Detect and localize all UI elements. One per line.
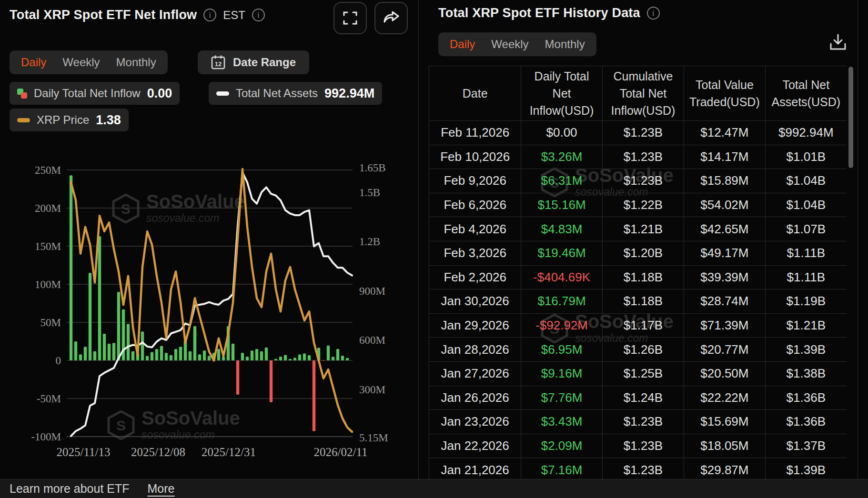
share-button[interactable] [374, 2, 408, 34]
inflow-bar [289, 359, 292, 360]
cell-cumulative-inflow: $1.22B [603, 193, 684, 217]
cell-value-traded: $29.87M [684, 458, 765, 479]
inflow-bar [160, 346, 163, 360]
cell-date: Jan 26,2026 [429, 386, 521, 410]
cell-value-traded: $15.69M [684, 410, 765, 434]
table-row: Jan 28,2026$6.95M$1.26B$20.77M$1.39B [429, 338, 847, 362]
download-button[interactable] [827, 31, 849, 53]
inflow-bar [284, 355, 287, 360]
download-icon [829, 33, 847, 51]
inflow-bar [70, 175, 72, 360]
inflow-bar [117, 292, 120, 360]
table-header-row: DateDaily TotalNetInflow(USD)CumulativeT… [429, 66, 847, 121]
inflow-bar [327, 346, 330, 360]
cell-value-traded: $15.89M [684, 169, 765, 193]
cell-daily-inflow: -$92.92M [521, 314, 602, 338]
inflow-bar [165, 353, 168, 360]
cell-date: Feb 4,2026 [429, 217, 521, 241]
inflow-bar [193, 326, 196, 360]
tab-daily[interactable]: Daily [450, 38, 475, 51]
fullscreen-button[interactable] [333, 2, 367, 34]
inflow-bar [251, 350, 253, 360]
inflow-bar [260, 351, 263, 360]
history-table-scroll-area[interactable]: DateDaily TotalNetInflow(USD)CumulativeT… [429, 66, 847, 479]
cell-net-assets: $1.21B [766, 314, 847, 338]
left-axis-tick: -100M [31, 431, 61, 443]
inflow-bar [255, 349, 258, 360]
svg-text:12: 12 [215, 60, 222, 68]
inflow-bar [89, 273, 91, 360]
cell-daily-inflow: $0.00 [521, 121, 602, 145]
legend-daily-net-inflow[interactable]: Daily Total Net Inflow 0.00 [10, 82, 180, 105]
info-icon[interactable] [203, 9, 216, 21]
cell-daily-inflow: -$404.69K [521, 266, 602, 289]
cell-value-traded: $49.17M [684, 241, 765, 265]
cell-daily-inflow: $19.46M [521, 241, 602, 265]
cell-daily-inflow: $3.26M [521, 145, 602, 169]
column-header: Total ValueTraded(USD) [684, 66, 765, 120]
legend-total-net-assets[interactable]: Total Net Assets 992.94M [209, 82, 382, 105]
inflow-bar [208, 356, 211, 360]
inflow-bar [151, 352, 153, 360]
panel-divider [418, 0, 419, 479]
cell-net-assets: $1.01B [766, 145, 847, 169]
cell-net-assets: $1.37B [766, 434, 847, 458]
inflow-bar [108, 344, 111, 360]
tab-weekly[interactable]: Weekly [491, 38, 528, 51]
table-title: Total XRP Spot ETF History Data [438, 6, 640, 20]
cell-value-traded: $71.39M [684, 314, 765, 338]
cell-daily-inflow: $4.83M [521, 217, 602, 241]
x-axis-tick: 2025/12/08 [131, 446, 185, 458]
table-row: Jan 21,2026$7.16M$1.23B$29.87M$1.39B [429, 458, 847, 479]
cell-daily-inflow: $7.16M [521, 458, 602, 479]
footer-more-link[interactable]: More [148, 482, 175, 496]
cell-value-traded: $22.22M [684, 386, 765, 410]
inflow-bar [203, 350, 206, 360]
column-header: Total NetAssets(USD) [766, 66, 847, 120]
tab-monthly[interactable]: Monthly [545, 38, 585, 51]
cell-net-assets: $992.94M [766, 121, 847, 145]
table-scrollbar-thumb[interactable] [848, 67, 853, 168]
inflow-bar [79, 354, 82, 360]
cell-daily-inflow: $2.09M [521, 434, 602, 458]
date-range-button[interactable]: 12 Date Range [198, 50, 309, 74]
inflow-bar [74, 341, 77, 360]
cell-cumulative-inflow: $1.24B [603, 386, 684, 410]
tab-daily[interactable]: Daily [21, 56, 46, 69]
x-axis-tick: 2025/11/13 [57, 446, 111, 458]
right-axis-tick: 300M [359, 384, 385, 396]
inflow-bar [112, 343, 115, 360]
left-axis-tick: 50M [40, 317, 61, 329]
cell-value-traded: $12.47M [684, 121, 765, 145]
cell-date: Jan 27,2026 [429, 362, 521, 386]
inflow-bar [93, 351, 96, 360]
right-panel-header: Total XRP Spot ETF History Data [438, 6, 660, 20]
inflow-bar [346, 358, 349, 360]
legend-value: 0.00 [147, 86, 172, 101]
inflow-bar [322, 360, 325, 361]
inflow-bar [189, 351, 192, 360]
cell-value-traded: $42.65M [684, 217, 765, 241]
cell-date: Feb 3,2026 [429, 241, 521, 265]
inflow-bar-legend-icon [17, 89, 27, 99]
cell-date: Feb 9,2026 [429, 169, 521, 193]
cell-date: Jan 23,2026 [429, 410, 521, 434]
timezone-info-icon[interactable] [252, 9, 265, 21]
price-line-legend-icon [17, 118, 30, 122]
inflow-bar [174, 349, 177, 360]
cell-daily-inflow: $15.16M [521, 193, 602, 217]
cell-net-assets: $1.11B [766, 266, 847, 289]
assets-line-legend-icon [216, 91, 229, 96]
inflow-bar [127, 324, 130, 360]
inflow-bar [146, 356, 149, 360]
tab-weekly[interactable]: Weekly [62, 56, 100, 69]
legend-xrp-price[interactable]: XRP Price 1.38 [10, 109, 129, 131]
cell-daily-inflow: $6.31M [521, 169, 602, 193]
legend-value: 992.94M [324, 86, 374, 101]
x-axis-tick: 2025/12/31 [202, 446, 256, 458]
cell-net-assets: $1.39B [766, 338, 847, 361]
cell-date: Feb 10,2026 [429, 145, 521, 169]
table-info-icon[interactable] [647, 7, 660, 20]
tab-monthly[interactable]: Monthly [116, 56, 156, 69]
inflow-bar [131, 351, 134, 360]
